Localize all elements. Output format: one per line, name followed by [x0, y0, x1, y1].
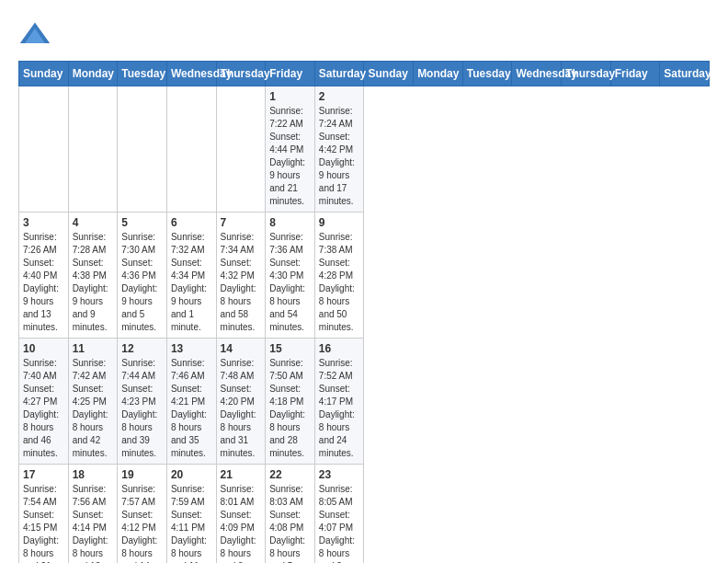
calendar-cell: 5Sunrise: 7:30 AM Sunset: 4:36 PM Daylig…: [118, 213, 167, 339]
calendar-cell: 2Sunrise: 7:24 AM Sunset: 4:42 PM Daylig…: [314, 86, 364, 213]
calendar-cell: 6Sunrise: 7:32 AM Sunset: 4:34 PM Daylig…: [166, 213, 216, 339]
header-tuesday: Tuesday: [118, 62, 167, 86]
calendar-cell: 22Sunrise: 8:03 AM Sunset: 4:08 PM Dayli…: [266, 465, 315, 564]
day-number: 6: [171, 216, 212, 229]
calendar-cell: 15Sunrise: 7:50 AM Sunset: 4:18 PM Dayli…: [266, 339, 315, 465]
day-number: 3: [23, 216, 64, 229]
header-friday: Friday: [266, 62, 315, 86]
header-wednesday: Wednesday: [166, 62, 216, 86]
calendar-cell: 12Sunrise: 7:44 AM Sunset: 4:23 PM Dayli…: [118, 339, 167, 465]
calendar-cell: 8Sunrise: 7:36 AM Sunset: 4:30 PM Daylig…: [266, 213, 315, 339]
calendar-cell: [68, 86, 118, 213]
calendar-cell: [118, 86, 167, 213]
day-number: 20: [171, 468, 212, 481]
day-info: Sunrise: 8:03 AM Sunset: 4:08 PM Dayligh…: [269, 483, 311, 563]
calendar-cell: 21Sunrise: 8:01 AM Sunset: 4:09 PM Dayli…: [216, 465, 266, 564]
day-number: 10: [23, 342, 64, 355]
day-number: 5: [121, 216, 163, 229]
day-info: Sunrise: 7:46 AM Sunset: 4:21 PM Dayligh…: [171, 357, 212, 460]
header-day-sunday: Sunday: [364, 62, 414, 86]
calendar-cell: 3Sunrise: 7:26 AM Sunset: 4:40 PM Daylig…: [19, 213, 69, 339]
day-info: Sunrise: 7:38 AM Sunset: 4:28 PM Dayligh…: [319, 231, 360, 334]
day-number: 2: [319, 90, 360, 103]
header-day-friday: Friday: [610, 62, 660, 86]
day-number: 9: [319, 216, 360, 229]
day-info: Sunrise: 7:24 AM Sunset: 4:42 PM Dayligh…: [319, 105, 360, 208]
day-number: 1: [269, 90, 311, 103]
header-day-saturday: Saturday: [660, 62, 710, 86]
day-info: Sunrise: 7:40 AM Sunset: 4:27 PM Dayligh…: [23, 357, 64, 460]
day-info: Sunrise: 7:42 AM Sunset: 4:25 PM Dayligh…: [73, 357, 114, 460]
calendar-cell: 23Sunrise: 8:05 AM Sunset: 4:07 PM Dayli…: [314, 465, 364, 564]
day-number: 19: [121, 468, 163, 481]
calendar-cell: 7Sunrise: 7:34 AM Sunset: 4:32 PM Daylig…: [216, 213, 266, 339]
header-day-tuesday: Tuesday: [462, 62, 512, 86]
day-number: 16: [319, 342, 360, 355]
calendar-cell: 11Sunrise: 7:42 AM Sunset: 4:25 PM Dayli…: [68, 339, 118, 465]
day-info: Sunrise: 7:26 AM Sunset: 4:40 PM Dayligh…: [23, 231, 64, 334]
calendar-cell: 10Sunrise: 7:40 AM Sunset: 4:27 PM Dayli…: [19, 339, 69, 465]
calendar-week-4: 17Sunrise: 7:54 AM Sunset: 4:15 PM Dayli…: [19, 465, 710, 564]
day-number: 23: [319, 468, 360, 481]
calendar-cell: 13Sunrise: 7:46 AM Sunset: 4:21 PM Dayli…: [166, 339, 216, 465]
header-thursday: Thursday: [216, 62, 266, 86]
day-info: Sunrise: 8:05 AM Sunset: 4:07 PM Dayligh…: [319, 483, 360, 563]
day-number: 22: [269, 468, 311, 481]
day-info: Sunrise: 7:48 AM Sunset: 4:20 PM Dayligh…: [221, 357, 262, 460]
calendar-cell: 16Sunrise: 7:52 AM Sunset: 4:17 PM Dayli…: [314, 339, 364, 465]
day-number: 11: [73, 342, 114, 355]
calendar-cell: 1Sunrise: 7:22 AM Sunset: 4:44 PM Daylig…: [266, 86, 315, 213]
header-saturday: Saturday: [314, 62, 364, 86]
day-number: 13: [171, 342, 212, 355]
day-number: 4: [73, 216, 114, 229]
day-info: Sunrise: 7:44 AM Sunset: 4:23 PM Dayligh…: [121, 357, 163, 460]
calendar-cell: 9Sunrise: 7:38 AM Sunset: 4:28 PM Daylig…: [314, 213, 364, 339]
day-number: 8: [269, 216, 311, 229]
day-info: Sunrise: 7:22 AM Sunset: 4:44 PM Dayligh…: [269, 105, 311, 208]
calendar-week-3: 10Sunrise: 7:40 AM Sunset: 4:27 PM Dayli…: [19, 339, 710, 465]
header-day-thursday: Thursday: [562, 62, 611, 86]
logo-icon: [18, 18, 51, 52]
day-info: Sunrise: 7:32 AM Sunset: 4:34 PM Dayligh…: [171, 231, 212, 334]
calendar-cell: 20Sunrise: 7:59 AM Sunset: 4:11 PM Dayli…: [166, 465, 216, 564]
day-info: Sunrise: 7:30 AM Sunset: 4:36 PM Dayligh…: [121, 231, 163, 334]
day-info: Sunrise: 7:52 AM Sunset: 4:17 PM Dayligh…: [319, 357, 360, 460]
calendar-cell: [19, 86, 69, 213]
calendar-cell: 4Sunrise: 7:28 AM Sunset: 4:38 PM Daylig…: [68, 213, 118, 339]
day-number: 14: [221, 342, 262, 355]
header-day-wednesday: Wednesday: [512, 62, 562, 86]
calendar-cell: 19Sunrise: 7:57 AM Sunset: 4:12 PM Dayli…: [118, 465, 167, 564]
calendar-week-2: 3Sunrise: 7:26 AM Sunset: 4:40 PM Daylig…: [19, 213, 710, 339]
calendar-table: SundayMondayTuesdayWednesdayThursdayFrid…: [18, 61, 710, 563]
day-number: 17: [23, 468, 64, 481]
calendar-cell: 14Sunrise: 7:48 AM Sunset: 4:20 PM Dayli…: [216, 339, 266, 465]
day-info: Sunrise: 7:28 AM Sunset: 4:38 PM Dayligh…: [73, 231, 114, 334]
day-number: 18: [73, 468, 114, 481]
header-monday: Monday: [68, 62, 118, 86]
calendar-week-1: 1Sunrise: 7:22 AM Sunset: 4:44 PM Daylig…: [19, 86, 710, 213]
day-number: 7: [221, 216, 262, 229]
day-number: 15: [269, 342, 311, 355]
calendar-cell: 17Sunrise: 7:54 AM Sunset: 4:15 PM Dayli…: [19, 465, 69, 564]
day-number: 21: [221, 468, 262, 481]
day-info: Sunrise: 7:34 AM Sunset: 4:32 PM Dayligh…: [221, 231, 262, 334]
day-info: Sunrise: 7:57 AM Sunset: 4:12 PM Dayligh…: [121, 483, 163, 563]
calendar-cell: [216, 86, 266, 213]
header-day-monday: Monday: [414, 62, 463, 86]
header-sunday: Sunday: [19, 62, 69, 86]
calendar-cell: 18Sunrise: 7:56 AM Sunset: 4:14 PM Dayli…: [68, 465, 118, 564]
day-number: 12: [121, 342, 163, 355]
calendar-cell: [166, 86, 216, 213]
calendar-header-row: SundayMondayTuesdayWednesdayThursdayFrid…: [19, 62, 710, 86]
day-info: Sunrise: 7:36 AM Sunset: 4:30 PM Dayligh…: [269, 231, 311, 334]
logo: [18, 18, 55, 52]
day-info: Sunrise: 7:56 AM Sunset: 4:14 PM Dayligh…: [73, 483, 114, 563]
day-info: Sunrise: 7:54 AM Sunset: 4:15 PM Dayligh…: [23, 483, 64, 563]
day-info: Sunrise: 7:59 AM Sunset: 4:11 PM Dayligh…: [171, 483, 212, 563]
day-info: Sunrise: 8:01 AM Sunset: 4:09 PM Dayligh…: [221, 483, 262, 563]
day-info: Sunrise: 7:50 AM Sunset: 4:18 PM Dayligh…: [269, 357, 311, 460]
page-header: [18, 18, 710, 52]
